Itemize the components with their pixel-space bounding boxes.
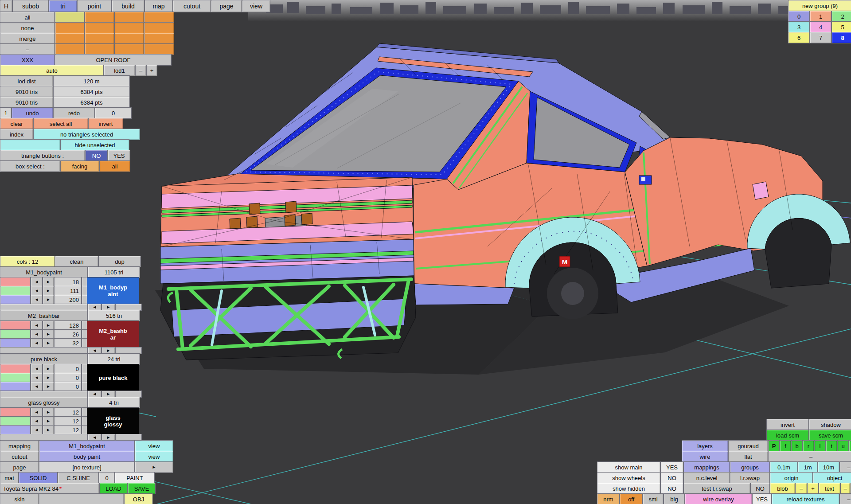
- material-preview-tile[interactable]: pure black: [87, 364, 139, 391]
- subob-grid-cell[interactable]: [144, 22, 174, 34]
- menu-item-cutout[interactable]: cutout: [173, 0, 211, 12]
- wire-overlay-toggle[interactable]: YES: [752, 493, 772, 504]
- shadow-button[interactable]: shadow: [809, 419, 851, 430]
- channel-swatch-blue[interactable]: [0, 425, 31, 435]
- subob-grid-cell[interactable]: [144, 33, 174, 44]
- menu-item-point[interactable]: point: [77, 0, 112, 12]
- channel-decrement-button[interactable]: ◄: [31, 382, 43, 391]
- layer-flag-r[interactable]: r: [803, 440, 814, 452]
- box-select-all[interactable]: all: [99, 160, 130, 172]
- subob-grid-cell[interactable]: [85, 12, 114, 23]
- unhide-all-button[interactable]: [0, 139, 60, 151]
- channel-decrement-button[interactable]: ◄: [31, 338, 43, 348]
- mapping-view-button[interactable]: view: [135, 440, 173, 452]
- model-name[interactable]: Toyota Supra MK2 84 *: [0, 483, 99, 494]
- channel-swatch-blue[interactable]: [0, 382, 31, 391]
- channel-decrement-button[interactable]: ◄: [31, 329, 43, 339]
- layer-flag-t[interactable]: t: [826, 440, 837, 452]
- dup-button[interactable]: dup: [98, 256, 141, 267]
- index-button[interactable]: index: [0, 129, 33, 140]
- grid-scale-1m[interactable]: 1m: [798, 461, 818, 473]
- box-select-facing[interactable]: facing: [60, 160, 99, 172]
- subob-grid-cell[interactable]: [85, 43, 114, 55]
- channel-swatch-red[interactable]: [0, 407, 31, 417]
- layer-flag-u[interactable]: u: [837, 440, 849, 452]
- lod-dist-value[interactable]: 120 m: [53, 75, 130, 87]
- subob-merge-button[interactable]: merge: [0, 33, 55, 44]
- subob-grid-cell[interactable]: [85, 22, 114, 34]
- menu-item-h[interactable]: H: [0, 0, 12, 12]
- subob-grid-cell[interactable]: [55, 33, 85, 44]
- channel-decrement-button[interactable]: ◄: [31, 416, 43, 426]
- channel-decrement-button[interactable]: ◄: [31, 286, 43, 296]
- material-name[interactable]: M2_bashbar: [0, 310, 88, 321]
- mappings-button[interactable]: mappings: [683, 461, 730, 473]
- obj-button[interactable]: OBJ: [124, 493, 153, 504]
- layer-flag-p[interactable]: P: [768, 440, 780, 452]
- layer-flag-b[interactable]: b: [791, 440, 803, 452]
- channel-increment-button[interactable]: ►: [43, 277, 54, 287]
- channel-swatch-blue[interactable]: [0, 338, 31, 348]
- subob-grid-cell[interactable]: [114, 22, 144, 34]
- text-minus-button[interactable]: –: [840, 483, 850, 494]
- lod-minus-button[interactable]: –: [135, 65, 146, 76]
- wire-dash-button[interactable]: –: [768, 451, 851, 462]
- triangle-buttons-no[interactable]: NO: [85, 150, 108, 161]
- channel-increment-button[interactable]: ►: [43, 373, 54, 383]
- channel-swatch-red[interactable]: [0, 320, 31, 330]
- subob-grid-cell[interactable]: [114, 12, 144, 23]
- material-marker[interactable]: M: [559, 256, 570, 267]
- channel-increment-button[interactable]: ►: [43, 407, 54, 417]
- paint-button[interactable]: PAINT: [115, 472, 155, 484]
- cutout-view-button[interactable]: view: [135, 451, 173, 462]
- layer-flag-dot[interactable]: ●: [849, 440, 851, 452]
- show-wheels-toggle[interactable]: NO: [660, 472, 683, 484]
- test-lr-swap-toggle[interactable]: NO: [750, 483, 770, 494]
- clean-button[interactable]: clean: [55, 256, 98, 267]
- lod-auto-button[interactable]: auto: [0, 65, 104, 76]
- test-lr-swap-button[interactable]: test l.r.swap: [683, 483, 750, 494]
- subob-grid-cell[interactable]: [55, 43, 85, 55]
- clear-button[interactable]: clear: [0, 118, 33, 129]
- lr-swap-button[interactable]: l.r.swap: [730, 472, 770, 484]
- channel-swatch-blue[interactable]: [0, 295, 31, 305]
- channel-decrement-button[interactable]: ◄: [31, 407, 43, 417]
- grid-scale-01m[interactable]: 0.1m: [770, 461, 798, 473]
- subob-grid-cell[interactable]: [114, 33, 144, 44]
- save-button[interactable]: SAVE: [128, 483, 156, 494]
- text-button[interactable]: text: [819, 483, 840, 494]
- gouraud-button[interactable]: gouraud: [728, 440, 768, 452]
- group-cell-1[interactable]: 1: [810, 11, 831, 22]
- lod1-button[interactable]: lod1: [104, 65, 135, 76]
- channel-increment-button[interactable]: ►: [43, 295, 54, 305]
- subob-all-button[interactable]: all: [0, 12, 55, 23]
- group-cell-7[interactable]: 7: [810, 32, 831, 43]
- material-preview-tile[interactable]: M2_bashb ar: [87, 320, 139, 348]
- channel-increment-button[interactable]: ►: [43, 286, 54, 296]
- load-scm-button[interactable]: load scm: [766, 430, 809, 441]
- object-button[interactable]: object: [813, 472, 851, 484]
- hide-unselected-button[interactable]: hide unselected: [60, 139, 129, 151]
- page-value[interactable]: [no texture]: [39, 461, 135, 473]
- menu-item-subob[interactable]: subob: [12, 0, 49, 12]
- subob-grid-cell[interactable]: [55, 12, 85, 23]
- group-cell-6[interactable]: 6: [788, 32, 810, 43]
- nc-level-button[interactable]: n.c.level: [683, 472, 730, 484]
- group-cell-3[interactable]: 3: [788, 21, 810, 33]
- cols-count[interactable]: cols : 12: [0, 256, 55, 267]
- channel-decrement-button[interactable]: ◄: [31, 373, 43, 383]
- save-scm-button[interactable]: save scm: [809, 430, 851, 441]
- channel-increment-button[interactable]: ►: [43, 416, 54, 426]
- material-preview-tile[interactable]: M1_bodyp aint: [87, 277, 139, 305]
- invert-button[interactable]: invert: [766, 419, 809, 430]
- cutout-value[interactable]: body paint: [39, 451, 135, 462]
- channel-decrement-button[interactable]: ◄: [31, 320, 43, 330]
- channel-decrement-button[interactable]: ◄: [31, 364, 43, 374]
- blob-button[interactable]: blob: [770, 483, 795, 494]
- material-preview-tile[interactable]: glass glossy: [87, 407, 139, 435]
- open-roof-button[interactable]: OPEN ROOF: [55, 54, 172, 66]
- subob-grid-cell[interactable]: [85, 33, 114, 44]
- grid-scale-dash[interactable]: –: [839, 461, 851, 473]
- blob-plus-button[interactable]: +: [807, 483, 819, 494]
- triangle-buttons-yes[interactable]: YES: [108, 150, 130, 161]
